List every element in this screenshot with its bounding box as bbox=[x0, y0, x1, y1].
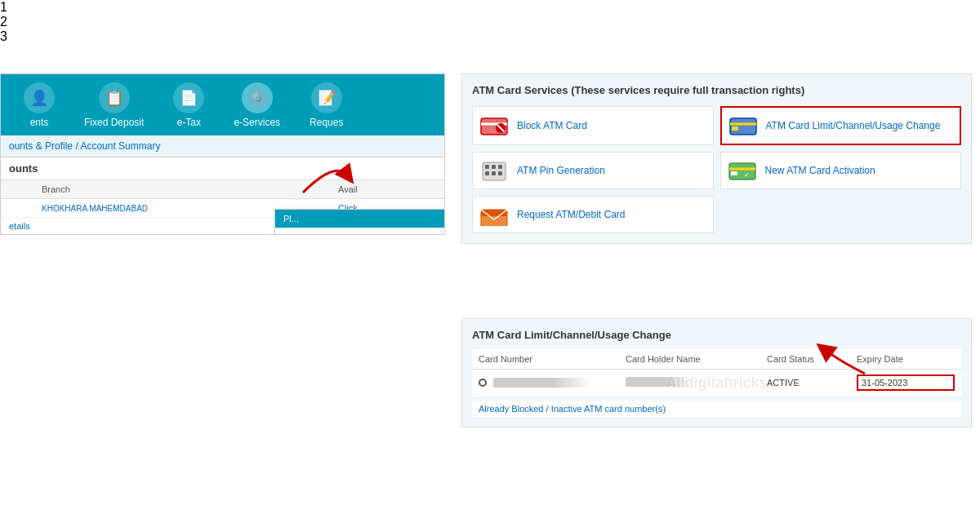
service-request-atm[interactable]: Request ATM/Debit Card bbox=[472, 196, 714, 233]
request-icon: 📝 bbox=[311, 82, 342, 113]
service-block-atm[interactable]: Block ATM Card bbox=[472, 106, 714, 145]
panel1: 👤 ents 📋 Fixed Deposit 📄 e-Tax ⚙️ e-Serv… bbox=[0, 73, 445, 235]
col-card-number: Card Number bbox=[479, 354, 626, 364]
atm-pin-label: ATM Pin Generation bbox=[517, 165, 605, 176]
already-blocked-label[interactable]: Already Blocked / Inactive ATM card numb… bbox=[472, 401, 961, 417]
panel2-title: ATM Card Services (These services requir… bbox=[472, 84, 961, 96]
radio-button[interactable] bbox=[479, 379, 487, 387]
accounts-table-header: Branch Avail bbox=[1, 180, 444, 199]
col-branch: Branch bbox=[42, 184, 338, 194]
card-table-header: Card Number Card Holder Name Card Status… bbox=[472, 349, 961, 370]
atm-pin-icon bbox=[479, 159, 509, 182]
nav-item-eservices[interactable]: ⚙️ e-Services bbox=[219, 82, 295, 128]
nav-accounts-label: ents bbox=[30, 117, 49, 128]
nav-etax-label: e-Tax bbox=[177, 117, 201, 128]
services-grid: Block ATM Card ATM Card Limit/Channel/Us… bbox=[472, 106, 961, 233]
nav-bar: 👤 ents 📋 Fixed Deposit 📄 e-Tax ⚙️ e-Serv… bbox=[1, 74, 444, 135]
col-empty bbox=[9, 184, 42, 194]
eservices-icon: ⚙️ bbox=[242, 82, 273, 113]
svg-rect-13 bbox=[498, 171, 502, 175]
service-atm-pin[interactable]: ATM Pin Generation bbox=[472, 152, 714, 189]
nav-request-label: Reques bbox=[310, 117, 343, 128]
atm-limit-label: ATM Card Limit/Channel/Usage Change bbox=[766, 120, 941, 131]
expiry-date-cell: 31-05-2023 bbox=[857, 374, 955, 391]
etax-icon: 📄 bbox=[173, 82, 204, 113]
nav-item-fixed-deposit[interactable]: 📋 Fixed Deposit bbox=[69, 82, 158, 128]
nav-item-request[interactable]: 📝 Reques bbox=[295, 82, 358, 128]
nav-item-accounts[interactable]: 👤 ents bbox=[9, 82, 69, 128]
fixed-deposit-icon: 📋 bbox=[99, 82, 130, 113]
block-atm-label: Block ATM Card bbox=[517, 120, 587, 131]
panel2-atm-services: ATM Card Services (These services requir… bbox=[461, 73, 972, 244]
breadcrumb: ounts & Profile / Account Summary bbox=[1, 135, 444, 157]
service-atm-limit[interactable]: ATM Card Limit/Channel/Usage Change bbox=[720, 106, 962, 145]
breadcrumb-text: ounts & Profile / Account Summary bbox=[9, 140, 160, 152]
atm-limit-icon bbox=[728, 114, 758, 137]
svg-text:✓: ✓ bbox=[744, 171, 750, 179]
col-expiry-date: Expiry Date bbox=[857, 354, 955, 364]
request-atm-icon bbox=[479, 203, 509, 226]
step2-label: 2 bbox=[0, 15, 980, 29]
service-new-atm[interactable]: ✓ New ATM Card Activation bbox=[720, 152, 962, 189]
nav-fixed-deposit-label: Fixed Deposit bbox=[84, 117, 144, 128]
step3-label: 3 bbox=[0, 29, 980, 44]
svg-rect-9 bbox=[492, 165, 496, 169]
request-atm-label: Request ATM/Debit Card bbox=[517, 209, 626, 220]
dropdown-menu: Pl... Update Aadhaar with Bank accounts(… bbox=[274, 209, 445, 235]
accounts-section-label: ounts bbox=[1, 157, 444, 180]
card-holder-cell bbox=[626, 377, 767, 388]
panel3-atm-limit: ATM Card Limit/Channel/Usage Change Card… bbox=[461, 318, 972, 428]
col-card-status: Card Status bbox=[767, 354, 857, 364]
accounts-icon: 👤 bbox=[24, 82, 55, 113]
card-number-cell bbox=[479, 378, 626, 388]
card-number-blurred bbox=[493, 378, 591, 388]
panel3-title: ATM Card Limit/Channel/Usage Change bbox=[472, 329, 961, 341]
card-table-row: ACTIVE 31-05-2023 Alldigitaltricks bbox=[472, 370, 961, 396]
col-avail: Avail bbox=[338, 184, 436, 194]
nav-item-etax[interactable]: 📄 e-Tax bbox=[158, 82, 219, 128]
card-status-cell: ACTIVE bbox=[767, 378, 857, 388]
new-atm-label: New ATM Card Activation bbox=[765, 165, 875, 176]
col-card-holder: Card Holder Name bbox=[626, 354, 767, 364]
svg-rect-6 bbox=[732, 126, 738, 131]
card-holder-blurred bbox=[626, 377, 691, 387]
svg-rect-8 bbox=[485, 165, 489, 169]
block-atm-icon bbox=[479, 114, 509, 137]
nav-eservices-label: e-Services bbox=[234, 117, 280, 128]
new-atm-icon: ✓ bbox=[728, 159, 757, 182]
svg-rect-11 bbox=[485, 171, 489, 175]
svg-rect-12 bbox=[492, 171, 496, 175]
svg-rect-10 bbox=[498, 165, 502, 169]
svg-rect-16 bbox=[731, 171, 737, 175]
step1-label: 1 bbox=[0, 0, 980, 15]
dropdown-placeholder: Pl... bbox=[275, 210, 445, 228]
dropdown-item-aadhaar[interactable]: Update Aadhaar with Bank accounts(CIF) bbox=[275, 228, 445, 235]
